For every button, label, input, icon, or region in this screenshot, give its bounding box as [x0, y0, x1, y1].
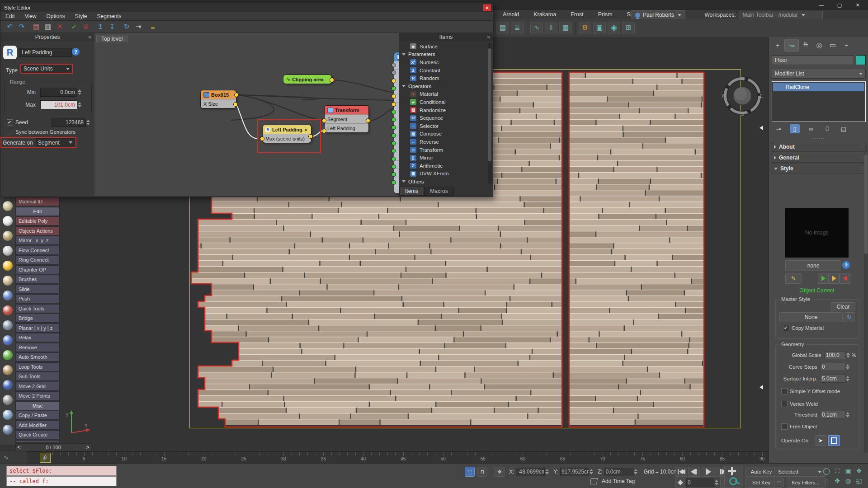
toolbar-button-chamfer-op[interactable]: Chamfer OP — [15, 265, 60, 274]
toolbar-button-material-id[interactable]: Material ID — [15, 197, 60, 206]
tool-icon[interactable] — [3, 246, 13, 256]
edit-style-button[interactable]: ✎ — [785, 273, 802, 284]
copy-material-checkbox[interactable]: Copy Material — [783, 325, 824, 331]
items-scrollbar[interactable] — [488, 43, 492, 184]
help-icon[interactable]: ? — [72, 48, 80, 56]
tool-icon[interactable] — [3, 410, 13, 420]
tool-icon[interactable] — [3, 216, 13, 226]
x-coordinate-field[interactable]: -43.0699cm — [516, 468, 545, 476]
input-port[interactable] — [392, 157, 396, 161]
toolbar-button-move-2-grid[interactable]: Move 2 Grid — [15, 382, 60, 391]
y-coordinate-field[interactable]: 917.9525cm — [560, 468, 589, 476]
show-end-result-icon[interactable]: ▯ — [790, 124, 800, 133]
surface-interp-field[interactable]: 5.0cm — [820, 375, 845, 383]
sync-generators-checkbox[interactable] — [7, 129, 13, 135]
threshold-field[interactable]: 0.1cm — [820, 411, 845, 419]
create-tab[interactable]: ＋ — [771, 39, 784, 51]
auto-key-button[interactable]: Auto Key — [745, 467, 778, 477]
z-spinner[interactable] — [634, 469, 637, 474]
menu-krakatoa[interactable]: Krakatoa — [526, 11, 563, 18]
refresh-master-style-icon[interactable]: ↻ — [844, 312, 854, 322]
maxscript-mini-listener-line2[interactable]: -- called f: — [6, 476, 117, 486]
key-filters-button[interactable]: Key Filters... — [786, 478, 826, 488]
se-menu-edit[interactable]: Edit — [0, 13, 20, 19]
input-port[interactable] — [392, 180, 396, 185]
menu-arnold[interactable]: Arnold — [495, 11, 526, 18]
toolbar-button-editable-poly[interactable]: Editable Poly — [15, 216, 60, 225]
toolbar-button-flow-connect[interactable]: Flow Connect — [15, 246, 60, 255]
style-map-button[interactable]: none — [785, 260, 841, 271]
set-key-button[interactable]: Set Key — [745, 478, 778, 488]
graph-tab-top-level[interactable]: Top level — [96, 35, 127, 42]
node-transform-leftpadding-row[interactable]: Left Padding — [325, 123, 368, 132]
redo-icon[interactable]: ↷ — [17, 22, 27, 31]
toolbar-button-sub-tools[interactable]: Sub Tools — [15, 372, 60, 381]
items-item-transform[interactable]: ▱Transform — [399, 146, 493, 154]
toolbar-button-slide[interactable]: Slide — [15, 285, 60, 294]
x-spinner[interactable] — [545, 469, 549, 474]
modifier-stack-item-railclone[interactable]: RailClone — [773, 83, 864, 91]
output-port[interactable] — [308, 134, 313, 139]
se-menu-options[interactable]: Options — [41, 13, 70, 19]
tool-icon[interactable] — [3, 395, 13, 405]
close-icon[interactable]: ✕ — [487, 35, 491, 40]
items-tab-macros[interactable]: Macros — [424, 187, 453, 196]
make-unique-icon[interactable]: ∞ — [806, 124, 816, 133]
se-menu-segments[interactable]: Segments — [92, 13, 127, 19]
close-icon[interactable]: ✕ — [483, 4, 491, 11]
generate-on-dropdown[interactable]: Segment — [36, 138, 75, 147]
input-port[interactable] — [392, 141, 396, 145]
items-item-randomize[interactable]: ⚄Randomize — [399, 106, 493, 114]
node-graph-canvas[interactable]: Top level Box015 X Size — [94, 33, 399, 196]
close-icon[interactable]: ✕ — [854, 2, 861, 8]
input-port[interactable] — [392, 133, 396, 138]
toolbar-button-mirror-x-y-z[interactable]: Mirror x y z — [15, 236, 60, 245]
type-dropdown[interactable]: Scene Units — [20, 64, 73, 74]
tool-icon[interactable] — [3, 380, 13, 390]
zoom-extents-all-icon[interactable]: ❖ — [854, 466, 864, 475]
key-selection-set-select[interactable]: Selected — [774, 467, 826, 477]
tool-icon[interactable] — [3, 291, 13, 300]
output-port[interactable] — [234, 93, 239, 97]
master-style-clear-button[interactable]: Clear — [831, 302, 855, 311]
zoom-region-icon[interactable]: ◌ — [821, 476, 831, 485]
timeline-left-icons[interactable]: ∿ — [0, 451, 27, 463]
se-menu-view[interactable]: View — [20, 13, 42, 19]
pin-top-icon[interactable]: ↥ — [95, 22, 105, 31]
notes-icon[interactable]: ≡ — [148, 22, 158, 31]
isolate-selection-icon[interactable]: ⬚ — [465, 467, 475, 477]
prev-frame-arrow-icon[interactable]: < — [16, 444, 22, 450]
master-style-none-button[interactable]: None — [779, 312, 843, 322]
discard-icon[interactable]: ⊘ — [81, 22, 91, 31]
operate-on-object-icon[interactable] — [828, 435, 840, 446]
viewport-compass[interactable]: N S W E — [722, 75, 763, 117]
items-group-parameters[interactable]: Parameters — [399, 51, 493, 59]
items-tab-items[interactable]: Items — [399, 187, 424, 196]
close-icon[interactable]: ✕ — [88, 35, 92, 40]
global-scale-field[interactable]: 100.0 — [824, 351, 846, 359]
free-object-checkbox[interactable]: Free Object — [781, 423, 817, 430]
tool-icon[interactable] — [3, 201, 13, 211]
curve-toggle-icon[interactable]: ∿ — [4, 454, 9, 461]
toolbar-button-remove[interactable]: Remove — [15, 343, 60, 352]
curve-steps-field[interactable]: 0 — [820, 363, 845, 371]
tool-icon[interactable] — [3, 276, 13, 286]
tool-icon[interactable] — [3, 350, 13, 360]
toolbar-button-quick-create[interactable]: Quick Create — [15, 430, 60, 439]
input-port[interactable] — [392, 102, 396, 107]
seed-field[interactable]: 123468 — [52, 118, 86, 127]
export-icon[interactable]: ⇥ — [133, 22, 143, 31]
min-field[interactable]: 0.0cm — [40, 88, 77, 97]
node-transform-segment-row[interactable]: Segment — [325, 114, 368, 123]
z-coordinate-field[interactable]: 0.0cm — [604, 468, 633, 476]
style-editor-titlebar[interactable]: Style Editor ✕ — [0, 3, 493, 12]
tool-icon[interactable] — [3, 231, 13, 241]
display-tab[interactable]: ▭ — [826, 39, 840, 51]
pan-icon[interactable]: ✥ — [832, 476, 842, 485]
apply-icon[interactable]: ✓ — [69, 22, 79, 31]
input-port[interactable] — [260, 136, 264, 141]
toolbar-button-planar-x-y-z[interactable]: Planar | x | y | z — [15, 324, 60, 333]
remove-modifier-icon[interactable]: ⬯ — [822, 124, 832, 133]
toolbar-button-relax[interactable]: Relax — [15, 333, 60, 342]
node-clipping-area[interactable]: ∿ Clipping area — [283, 75, 332, 84]
